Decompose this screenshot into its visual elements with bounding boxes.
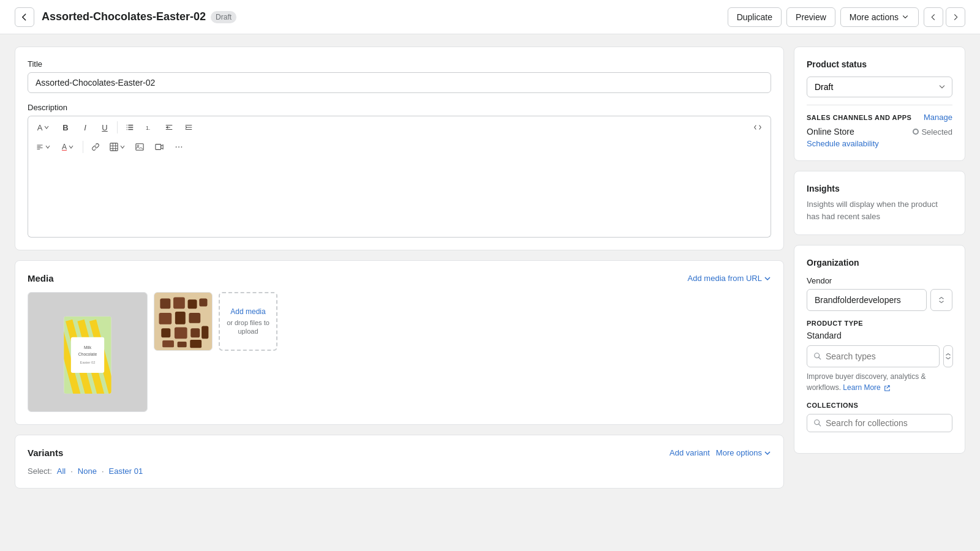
svg-rect-21 — [160, 298, 170, 309]
dropdown-arrow-icon-2 — [45, 144, 51, 150]
add-media-label: Add media — [230, 307, 265, 316]
media-upload-zone[interactable]: Add media or drop files to upload — [219, 292, 277, 351]
media-thumbnail[interactable] — [154, 292, 213, 351]
product-status-title: Product status — [807, 59, 952, 69]
image-button[interactable] — [130, 138, 149, 156]
prev-button[interactable] — [924, 7, 943, 27]
more-toolbar-icon — [175, 143, 183, 151]
select-label: Select: — [28, 467, 52, 476]
indent-decrease-button[interactable] — [160, 119, 178, 136]
svg-rect-30 — [190, 328, 200, 337]
media-title: Media — [28, 273, 54, 283]
indent-increase-icon — [184, 123, 193, 132]
media-grid: Milk Chocolate Easter 02 — [28, 292, 771, 412]
insights-card: Insights Insights will display when the … — [794, 171, 965, 235]
dropdown-chevron-icon — [764, 275, 771, 282]
dropdown-arrow-icon-4 — [119, 144, 126, 150]
svg-rect-22 — [173, 298, 185, 309]
chevron-right-icon — [951, 13, 960, 21]
svg-point-5 — [176, 146, 177, 148]
product-type-field: PRODUCT TYPE Standard Improve — [807, 320, 952, 393]
text-align-button[interactable] — [32, 138, 55, 156]
toolbar-row-1: A B I U 1. — [32, 119, 767, 136]
list-number-icon: 1. — [145, 123, 154, 132]
select-easter-link[interactable]: Easter 01 — [109, 467, 143, 476]
svg-rect-2 — [136, 144, 143, 151]
indent-increase-button[interactable] — [179, 119, 198, 136]
description-section: Description A B I U — [28, 103, 771, 238]
more-toolbar-button[interactable] — [170, 138, 188, 156]
selected-badge: Selected — [913, 127, 952, 137]
table-icon — [110, 143, 118, 151]
link-icon — [91, 143, 100, 151]
manage-link[interactable]: Manage — [924, 113, 952, 122]
code-view-button[interactable] — [748, 119, 767, 136]
search-collections-input[interactable] — [826, 418, 946, 428]
description-editor[interactable] — [28, 158, 771, 238]
stepper-icon — [937, 296, 946, 304]
text-color-button[interactable]: A — [56, 138, 80, 156]
vendor-select-wrap — [807, 289, 952, 311]
thumb-image-svg — [154, 293, 212, 350]
preview-button[interactable]: Preview — [786, 7, 835, 27]
duplicate-button[interactable]: Duplicate — [728, 7, 782, 27]
product-type-value: Standard — [807, 331, 952, 340]
vendor-input[interactable] — [807, 289, 927, 311]
search-types-wrap — [807, 345, 952, 367]
main-product-image[interactable]: Milk Chocolate Easter 02 — [28, 292, 148, 412]
italic-button[interactable]: I — [76, 119, 94, 136]
upload-text: or drop files to upload — [225, 318, 271, 336]
select-all-link[interactable]: All — [57, 467, 66, 476]
chevron-down-icon — [901, 13, 910, 21]
improve-text: Improve buyer discovery, analytics & wor… — [807, 371, 952, 393]
insights-description: Insights will display when the product h… — [807, 198, 952, 222]
list-bullet-icon — [126, 123, 134, 132]
top-bar: Assorted-Chocolates-Easter-02 Draft Dupl… — [0, 0, 980, 34]
table-button[interactable] — [106, 138, 129, 156]
types-stepper-button[interactable] — [943, 345, 953, 367]
svg-point-7 — [181, 146, 183, 148]
vendor-stepper-button[interactable] — [930, 289, 952, 311]
svg-rect-23 — [188, 299, 197, 309]
sales-channels-header: SALES CHANNELS AND APPS Manage — [807, 113, 952, 122]
svg-rect-32 — [162, 340, 174, 347]
dropdown-arrow-icon — [43, 124, 50, 130]
search-types-input[interactable] — [826, 351, 933, 361]
learn-more-link[interactable]: Learn More — [843, 383, 890, 392]
more-options-button[interactable]: More options — [716, 448, 771, 457]
online-store-row: Online Store Selected — [807, 127, 952, 137]
variants-actions: Add variant More options — [669, 448, 771, 457]
insights-title: Insights — [807, 184, 952, 193]
more-actions-button[interactable]: More actions — [840, 7, 919, 27]
svg-text:Milk: Milk — [84, 345, 92, 350]
list-number-button[interactable]: 1. — [140, 119, 159, 136]
next-button[interactable] — [946, 7, 965, 27]
title-label: Title — [28, 59, 771, 69]
select-none-link[interactable]: None — [78, 467, 97, 476]
toolbar-divider-2 — [83, 141, 83, 153]
svg-point-6 — [178, 146, 179, 148]
video-button[interactable] — [150, 138, 168, 156]
font-style-button[interactable]: A — [32, 119, 55, 136]
title-field-group: Title — [28, 59, 771, 93]
list-bullet-button[interactable] — [121, 119, 139, 136]
status-select[interactable]: Draft Active — [807, 77, 952, 97]
title-input[interactable] — [28, 72, 771, 93]
svg-rect-28 — [161, 328, 170, 337]
page-title: Assorted-Chocolates-Easter-02 — [42, 10, 206, 23]
main-column: Title Description A B I U — [15, 47, 784, 489]
variants-title: Variants — [28, 448, 63, 458]
vendor-field: Vendor — [807, 276, 952, 311]
add-variant-button[interactable]: Add variant — [669, 448, 710, 457]
underline-button[interactable]: U — [96, 119, 114, 136]
nav-buttons — [924, 7, 965, 27]
sidebar-column: Product status Draft Active SALES CHANNE… — [794, 47, 965, 489]
bold-button[interactable]: B — [56, 119, 75, 136]
indent-decrease-icon — [165, 123, 173, 132]
back-button[interactable] — [15, 7, 34, 27]
add-media-url-button[interactable]: Add media from URL — [688, 274, 771, 283]
link-button[interactable] — [86, 138, 105, 156]
collections-label: COLLECTIONS — [807, 402, 952, 409]
schedule-availability-link[interactable]: Schedule availability — [807, 139, 952, 148]
svg-point-3 — [137, 145, 139, 147]
